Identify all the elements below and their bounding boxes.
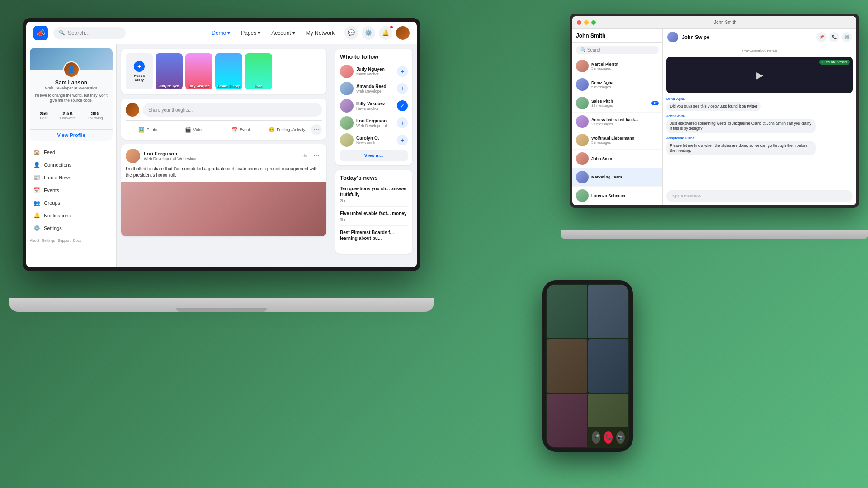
messages-icon-btn[interactable]: 💬	[344, 26, 358, 40]
add-story-button[interactable]: + Post aStory	[126, 53, 153, 89]
notification-badge	[390, 25, 393, 29]
settings-chat-icon-btn[interactable]: ⚙️	[842, 32, 852, 42]
story-samuel[interactable]: Samuel Bishop	[215, 53, 242, 89]
video-preview[interactable]: Guest are present	[666, 57, 853, 93]
footer-settings[interactable]: Settings	[42, 239, 55, 243]
nav-item-latest-news[interactable]: 📰 Latest News	[30, 171, 113, 184]
nav-item-connections[interactable]: 👤 Connections	[30, 159, 113, 171]
conv-info-2: Deniz Agha 5 messages	[591, 80, 659, 89]
feeling-action[interactable]: 😊 Feeling /Activity	[265, 124, 310, 135]
post-input[interactable]: Share your thoughts...	[143, 103, 322, 117]
story-label-samuel: Samuel Bishop	[216, 84, 241, 88]
settings-icon-btn[interactable]: ⚙️	[362, 26, 375, 40]
conv-avatar-8	[576, 189, 589, 202]
video-call-ui: 🎤 📞 📷	[546, 284, 629, 448]
nav-item-groups[interactable]: 👥 Groups	[30, 197, 113, 209]
msg-search-bar[interactable]: 🔍 Search	[576, 46, 659, 54]
follow-button-carolyn[interactable]: +	[397, 135, 408, 145]
follow-button-amanda[interactable]: +	[397, 83, 408, 94]
conv-item-8[interactable]: Lorenzo Schneier	[572, 187, 662, 205]
add-story-icon: +	[134, 61, 145, 72]
post-more-btn[interactable]: ⋯	[311, 124, 322, 135]
mac-maximize-dot[interactable]	[591, 20, 596, 25]
photo-action[interactable]: 🖼️ Photo	[126, 124, 170, 135]
conv-item-6[interactable]: John Smm	[572, 150, 662, 168]
footer-support[interactable]: Support	[58, 239, 71, 243]
story-billy[interactable]: Billy Vasquez	[185, 53, 212, 89]
conv-item-3[interactable]: Sales Pitch 12 messages 12	[572, 94, 662, 113]
macbook-screen-content: John Smith John Smith 🔍 Search Marcel Pi…	[572, 16, 856, 205]
conv-avatar-2	[576, 78, 589, 91]
conv-item-7[interactable]: Marketing Team	[572, 168, 662, 187]
phone-body: 🎤 📞 📷	[542, 280, 633, 452]
follow-info-amanda: Amanda Reed Web Developer	[356, 84, 394, 94]
follow-button-lori[interactable]: +	[397, 117, 408, 128]
user-avatar-header[interactable]	[396, 26, 410, 40]
feed-area: + Post aStory Judy Nguyen Billy Vasquez …	[117, 44, 331, 267]
app-logo: 📣	[33, 26, 48, 40]
follow-button-billy[interactable]: ✓	[397, 100, 408, 111]
follow-avatar-judy	[340, 65, 354, 78]
header-nav: Demo ▾ Pages ▾ Account ▾ My Network	[207, 27, 339, 39]
story-judy[interactable]: Judy Nguyen	[156, 53, 183, 89]
follow-info-billy: Billy Vasquez News anchor	[356, 101, 394, 111]
end-call-button[interactable]: 📞	[604, 431, 613, 444]
event-action[interactable]: 📅 Event	[218, 124, 263, 135]
messaging-header: John Smith	[572, 29, 662, 43]
camera-button[interactable]: 📷	[616, 431, 625, 444]
conv-info-5: Wolftraud Liebermann 5 messages	[591, 136, 659, 145]
chat-partner-name: John Swipe	[682, 34, 709, 40]
chat-messages: Conversation name Guest are present Deni…	[663, 45, 856, 187]
news-item-2: Five unbelievable fact... money 3hr	[340, 211, 408, 226]
mute-button[interactable]: 🎤	[592, 431, 600, 444]
story-row: + Post aStory Judy Nguyen Billy Vasquez …	[121, 49, 326, 94]
mac-close-dot[interactable]	[577, 20, 581, 25]
chat-input[interactable]: Type a message	[666, 190, 853, 202]
groups-icon: 👥	[33, 200, 40, 206]
conv-item-2[interactable]: Deniz Agha 5 messages	[572, 75, 662, 94]
app-main: 👤 Sam Lanson Web Developer at Webestica …	[26, 44, 417, 267]
story-joan[interactable]: Joan	[245, 53, 272, 89]
stat-following-number: 365	[88, 111, 103, 116]
news-item-1: Ten questions you sh... answer truthfull…	[340, 186, 408, 207]
notifications-icon-btn[interactable]: 🔔	[379, 26, 392, 40]
view-profile-button[interactable]: View Profile	[30, 129, 113, 141]
guest-present-label: Guest are present	[819, 60, 850, 65]
nav-account[interactable]: Account ▾	[267, 27, 299, 39]
conv-info-3: Sales Pitch 12 messages	[591, 99, 649, 108]
mac-minimize-dot[interactable]	[584, 20, 589, 25]
video-action[interactable]: 🎬 Video	[172, 124, 217, 135]
post-box: Share your thoughts... 🖼️ Photo 🎬 Video	[121, 99, 326, 140]
nav-network[interactable]: My Network	[302, 27, 339, 39]
post-author-avatar	[126, 149, 140, 163]
follow-button-judy[interactable]: +	[397, 66, 408, 77]
search-bar[interactable]: 🔍 Search...	[53, 27, 126, 39]
nav-item-events[interactable]: 📅 Events	[30, 184, 113, 197]
search-placeholder: Search...	[68, 30, 90, 36]
notifications-icon: 🔔	[33, 212, 40, 219]
nav-pages[interactable]: Pages ▾	[236, 27, 265, 39]
follow-info-lori: Lori Ferguson Web Developer at ...	[356, 118, 394, 128]
nav-demo[interactable]: Demo ▾	[207, 27, 235, 39]
post-menu-button[interactable]: ⋯	[311, 150, 322, 161]
events-icon: 📅	[33, 187, 40, 193]
add-story-label: Post aStory	[134, 74, 145, 82]
view-more-button[interactable]: View m...	[340, 150, 408, 161]
call-icon-btn[interactable]: 📞	[829, 32, 839, 42]
chat-header: John Swipe 📌 📞 ⚙️	[663, 29, 856, 45]
conv-avatar-5	[576, 134, 589, 146]
nav-item-feed[interactable]: 🏠 Feed	[30, 146, 113, 159]
footer-about[interactable]: About	[30, 239, 39, 243]
nav-item-settings[interactable]: ⚙️ Settings	[30, 222, 113, 235]
conv-item-4[interactable]: Across federated hack... 26 messages...	[572, 113, 662, 131]
nav-item-notifications[interactable]: 🔔 Notifications	[30, 209, 113, 222]
phone-device: 🎤 📞 📷	[542, 280, 633, 452]
macbook-device: John Smith John Smith 🔍 Search Marcel Pi…	[552, 14, 859, 230]
pin-icon-btn[interactable]: 📌	[816, 32, 826, 42]
chat-area: John Swipe 📌 📞 ⚙️ Conversation name	[663, 29, 856, 205]
footer-docs[interactable]: Docs	[73, 239, 81, 243]
stat-posts: 256 Post	[39, 111, 47, 120]
conv-item-1[interactable]: Marcel Pierrot 5 messages	[572, 57, 662, 75]
vcall-participant-2	[588, 285, 628, 338]
conv-item-5[interactable]: Wolftraud Liebermann 5 messages	[572, 131, 662, 150]
